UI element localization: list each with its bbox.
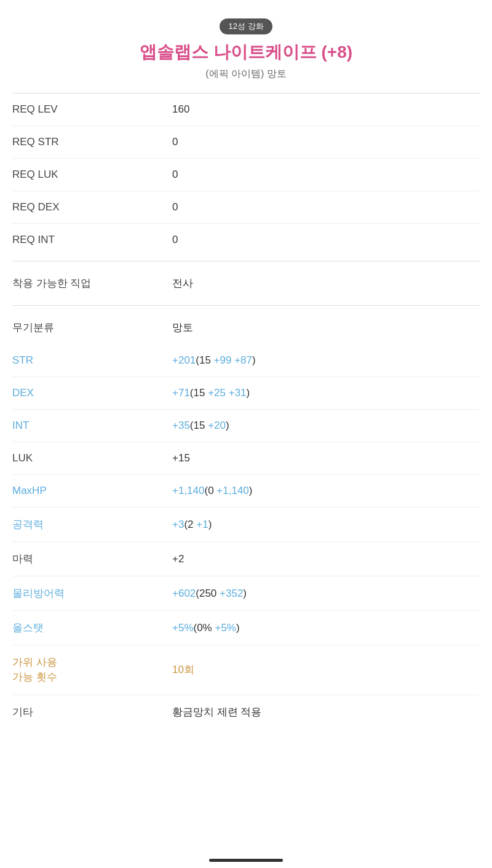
stat-row: INT+35(15 +20): [12, 410, 480, 442]
item-subtitle: (에픽 아이템) 망토: [12, 68, 480, 81]
req-label: REQ LUK: [12, 169, 172, 181]
req-value: 0: [172, 234, 178, 246]
page-container: 12성 강화 앱솔랩스 나이트케이프 (+8) (에픽 아이템) 망토 REQ …: [0, 0, 492, 754]
item-title: 앱솔랩스 나이트케이프 (+8): [12, 41, 480, 64]
stat-row: 물리방어력+602(250 +352): [12, 576, 480, 611]
stat-label: MaxHP: [12, 485, 172, 497]
stat-value: +201(15 +99 +87): [172, 354, 256, 367]
stat-row: LUK+15: [12, 442, 480, 475]
bottom-bar: [209, 859, 283, 862]
stat-row: STR+201(15 +99 +87): [12, 344, 480, 377]
req-value: 0: [172, 136, 178, 148]
req-row: REQ INT0: [12, 224, 480, 256]
stat-label: 기타: [12, 705, 172, 719]
stat-row: 올스탯+5%(0% +5%): [12, 611, 480, 645]
stat-row: 가위 사용가능 횟수10회: [12, 645, 480, 695]
req-value: 160: [172, 103, 189, 116]
req-row: REQ STR0: [12, 126, 480, 159]
stat-label: 공격력: [12, 517, 172, 532]
stat-label: 가위 사용가능 횟수: [12, 655, 172, 685]
stats-section: STR+201(15 +99 +87)DEX+71(15 +25 +31)INT…: [0, 344, 492, 729]
enhancement-badge: 12성 강화: [220, 18, 272, 34]
stat-label: STR: [12, 354, 172, 367]
stat-label: 올스탯: [12, 621, 172, 635]
job-value-text: 전사: [172, 277, 193, 289]
stat-value: 10회: [172, 663, 194, 677]
stat-row: 기타황금망치 제련 적용: [12, 695, 480, 729]
stat-value: +5%(0% +5%): [172, 622, 240, 634]
weapon-label: 무기분류: [12, 321, 172, 335]
stat-value: +2: [172, 553, 184, 565]
req-value: 0: [172, 169, 178, 181]
req-row: REQ LUK0: [12, 159, 480, 191]
req-row: REQ LEV160: [12, 94, 480, 126]
stat-label: 마력: [12, 552, 172, 566]
stat-value: 황금망치 제련 적용: [172, 705, 261, 719]
stat-label: 물리방어력: [12, 586, 172, 600]
requirements-section: REQ LEV160REQ STR0REQ LUK0REQ DEX0REQ IN…: [0, 94, 492, 256]
req-row: REQ DEX0: [12, 191, 480, 224]
job-label: 착용 가능한 직업: [12, 276, 172, 290]
stat-value: +602(250 +352): [172, 587, 247, 600]
weapon-value: 망토: [172, 321, 193, 335]
req-label: REQ STR: [12, 136, 172, 148]
stat-value: +15: [172, 452, 190, 464]
stat-value: +3(2 +1): [172, 519, 212, 531]
job-divider: [12, 305, 480, 306]
stat-row: MaxHP+1,140(0 +1,140): [12, 475, 480, 508]
weapon-value-text: 망토: [172, 322, 193, 333]
req-value: 0: [172, 201, 178, 213]
stat-value: +1,140(0 +1,140): [172, 485, 252, 497]
stat-value: +71(15 +25 +31): [172, 387, 250, 399]
stat-label: LUK: [12, 452, 172, 464]
job-value: 전사: [172, 276, 193, 290]
req-label: REQ LEV: [12, 103, 172, 116]
req-label: REQ DEX: [12, 201, 172, 213]
stat-label: DEX: [12, 387, 172, 399]
stat-label: INT: [12, 420, 172, 432]
weapon-row: 무기분류 망토: [12, 311, 480, 344]
header-section: 12성 강화 앱솔랩스 나이트케이프 (+8) (에픽 아이템) 망토: [0, 12, 492, 93]
weapon-section: 무기분류 망토: [0, 311, 492, 344]
stat-row: 마력+2: [12, 542, 480, 576]
stat-row: 공격력+3(2 +1): [12, 508, 480, 542]
stat-row: DEX+71(15 +25 +31): [12, 377, 480, 410]
req-divider: [12, 261, 480, 261]
req-label: REQ INT: [12, 234, 172, 246]
job-section: 착용 가능한 직업 전사: [0, 266, 492, 300]
stat-value: +35(15 +20): [172, 420, 229, 432]
job-row: 착용 가능한 직업 전사: [12, 266, 480, 300]
